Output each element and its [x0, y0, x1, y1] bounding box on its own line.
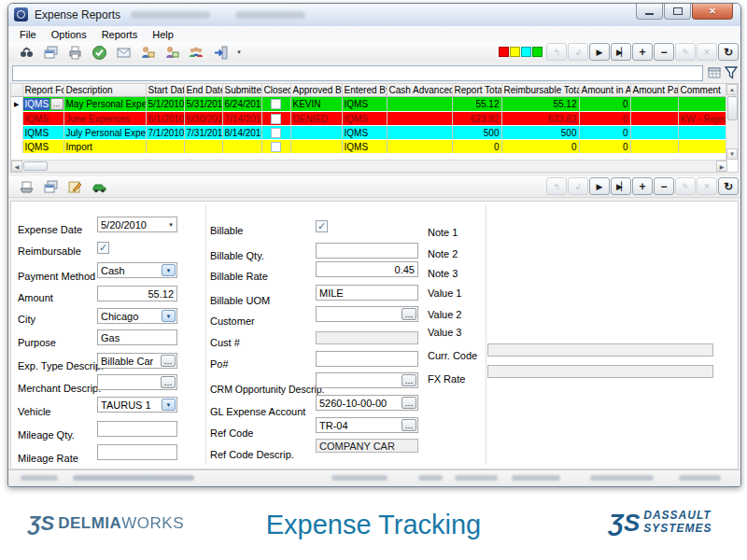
menu-file[interactable]: File [12, 29, 44, 40]
scroll-down-button[interactable]: ▼ [726, 148, 738, 160]
reimbursable-checkbox[interactable]: ✓ [97, 242, 109, 254]
billable-rate-field[interactable]: 0.45 [316, 261, 418, 277]
billable-checkbox[interactable]: ✓ [316, 220, 328, 232]
col-comment[interactable]: Comment [678, 84, 726, 97]
col-closed[interactable]: Closed [261, 84, 290, 97]
col-end-date[interactable]: End Date [184, 84, 222, 97]
filter-input[interactable] [12, 65, 703, 81]
grid-horizontal-scrollbar[interactable]: ◀ ▶ [11, 160, 727, 172]
ellipsis-button[interactable]: … [402, 397, 416, 409]
combo-dropdown-button[interactable]: ▼ [162, 264, 176, 276]
nav-prior-button[interactable]: ↲ [568, 43, 588, 61]
nav-prior-button[interactable]: ↲ [568, 177, 588, 195]
minimize-button[interactable] [636, 4, 663, 20]
scroll-up-button[interactable]: ▲ [726, 84, 738, 95]
nav-first-button[interactable]: ↰ [546, 43, 567, 61]
grid-vertical-scrollbar[interactable]: ▲ ▼ [726, 84, 738, 160]
col-amount-in-ap[interactable]: Amount in AP [579, 84, 630, 97]
filter-funnel-icon[interactable] [725, 65, 738, 79]
po-number-field[interactable] [316, 351, 418, 367]
email-button[interactable] [115, 44, 132, 61]
nav-first-button[interactable]: ↰ [546, 177, 567, 195]
ellipsis-button[interactable]: … [402, 419, 416, 431]
col-entered-by[interactable]: Entered By [342, 84, 387, 97]
ref-code-field[interactable]: TR-04… [316, 417, 418, 433]
groups-button[interactable] [188, 44, 204, 61]
col-report-for[interactable]: Report For [22, 84, 63, 97]
nav-delete-button[interactable]: − [654, 43, 674, 61]
nav-insert-button[interactable]: + [632, 43, 653, 61]
exp-type-descrip-field[interactable]: Billable Car… [97, 353, 177, 369]
ellipsis-button[interactable]: … [161, 376, 176, 388]
billable-qty-field[interactable] [316, 243, 418, 259]
table-row[interactable]: IQMS July Personal Exper 7/1/2010 7/31/2… [11, 126, 726, 140]
city-combo[interactable]: Chicago▼ [97, 308, 177, 324]
approve-button[interactable] [91, 44, 107, 61]
nav-cancel-button[interactable]: ✕ [697, 43, 717, 61]
scroll-thumb[interactable] [727, 96, 738, 120]
cascade-windows-button[interactable] [42, 44, 59, 61]
vehicle-button[interactable] [91, 178, 107, 195]
cell-ellipsis-button[interactable]: … [50, 98, 63, 110]
mileage-rate-field[interactable] [97, 444, 177, 460]
combo-dropdown-button[interactable]: ▼ [162, 399, 176, 411]
ellipsis-button[interactable]: … [161, 355, 176, 367]
table-row[interactable]: IQMS June Expenses 6/1/2010 6/30/2010 7/… [11, 112, 726, 126]
nav-next-button[interactable]: ▶ [589, 43, 610, 61]
payment-method-combo[interactable]: Cash▼ [97, 262, 177, 278]
employee-button[interactable] [139, 44, 156, 61]
grid-view-icon[interactable] [708, 65, 721, 79]
table-row[interactable]: ▶ IQMS… May Personal Expe 5/1/2010 5/31/… [11, 97, 726, 112]
scan-button[interactable] [18, 178, 35, 195]
closed-checkbox[interactable] [271, 99, 281, 109]
purpose-field[interactable]: Gas [97, 329, 177, 345]
menu-reports[interactable]: Reports [94, 29, 146, 40]
nav-next-button[interactable]: ▶ [589, 177, 610, 195]
scroll-thumb[interactable] [23, 161, 48, 171]
nav-edit-button[interactable]: ✎ [675, 177, 696, 195]
exit-button[interactable] [212, 44, 229, 61]
close-button[interactable]: ✕ [692, 4, 733, 20]
ellipsis-button[interactable]: … [402, 308, 416, 320]
col-submitted[interactable]: Submitted [222, 84, 261, 97]
nav-refresh-button[interactable]: ↻ [718, 43, 739, 61]
scroll-right-button[interactable]: ▶ [716, 161, 727, 172]
col-report-total[interactable]: Report Total [452, 84, 501, 97]
menu-options[interactable]: Options [44, 29, 94, 40]
maximize-button[interactable] [664, 4, 691, 20]
nav-refresh-button[interactable]: ↻ [718, 177, 739, 195]
col-cash-advanced[interactable]: Cash Advanced [387, 84, 452, 97]
amount-field[interactable]: 55.12 [97, 286, 177, 301]
billable-uom-field[interactable]: MILE [316, 285, 418, 301]
find-button[interactable] [18, 44, 35, 61]
table-row[interactable]: IQMS Import IQMS 0 0 0 [11, 140, 726, 154]
crm-opportunity-field[interactable]: … [316, 372, 418, 388]
closed-checkbox[interactable] [271, 142, 281, 152]
toolbar-overflow-caret[interactable]: ▼ [236, 49, 242, 55]
nav-last-button[interactable]: ▶▏ [611, 43, 631, 61]
closed-checkbox[interactable] [271, 114, 281, 124]
merchant-descrip-field[interactable]: … [97, 374, 177, 390]
cascade-windows-button[interactable] [42, 178, 59, 195]
print-button[interactable] [66, 44, 83, 61]
scroll-left-button[interactable]: ◀ [11, 161, 22, 172]
combo-dropdown-button[interactable]: ▼ [162, 310, 176, 322]
col-reimbursable-total[interactable]: Reimbursable Total [501, 84, 579, 97]
nav-edit-button[interactable]: ✎ [675, 43, 696, 61]
nav-insert-button[interactable]: + [632, 177, 653, 195]
edit-note-button[interactable] [66, 178, 83, 195]
mileage-qty-field[interactable] [97, 421, 177, 437]
titlebar[interactable]: Expense Reports ✕ [8, 4, 740, 27]
nav-delete-button[interactable]: − [654, 177, 674, 195]
col-amount-paid[interactable]: Amount Paid [630, 84, 678, 97]
col-approved-by[interactable]: Approved By [290, 84, 342, 97]
ellipsis-button[interactable]: … [402, 374, 416, 386]
menu-help[interactable]: Help [145, 29, 181, 40]
nav-cancel-button[interactable]: ✕ [697, 177, 717, 195]
customer-field[interactable]: … [316, 306, 418, 322]
expense-date-field[interactable]: 5/20/2010▼ [97, 217, 177, 232]
col-start-date[interactable]: Start Date [146, 84, 184, 97]
vehicle-combo[interactable]: TAURUS 1▼ [97, 397, 177, 413]
col-description[interactable]: Description [63, 84, 146, 97]
gl-expense-account-field[interactable]: 5260-10-00-00… [316, 395, 418, 411]
